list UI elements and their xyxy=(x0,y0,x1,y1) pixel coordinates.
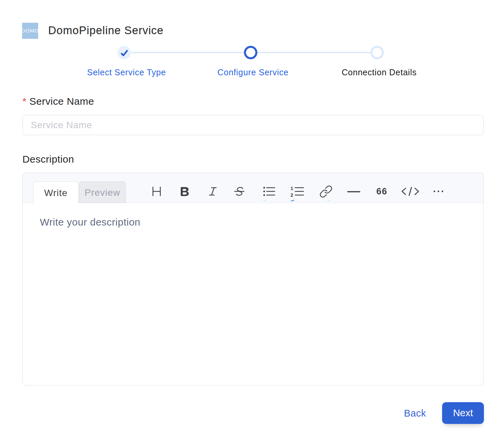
svg-text:1: 1 xyxy=(290,186,293,191)
svg-text:2: 2 xyxy=(290,192,293,198)
